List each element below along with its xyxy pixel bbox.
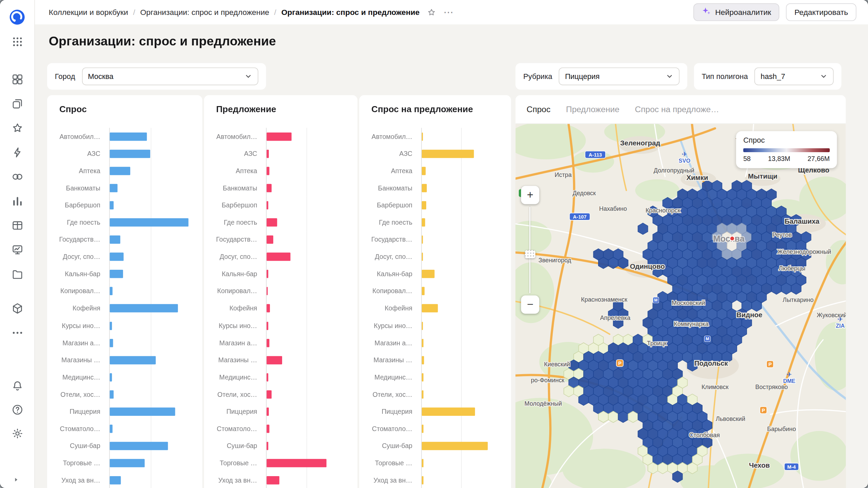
bar[interactable] bbox=[110, 373, 112, 381]
bar[interactable] bbox=[110, 270, 123, 278]
bar[interactable] bbox=[267, 253, 290, 261]
breadcrumb-item-collections[interactable]: Коллекции и воркбуки bbox=[49, 8, 128, 17]
apps-grid-icon[interactable] bbox=[9, 33, 25, 50]
bar[interactable] bbox=[422, 287, 425, 295]
bar[interactable] bbox=[267, 356, 282, 364]
bar[interactable] bbox=[422, 167, 426, 175]
city-select[interactable]: Москва bbox=[82, 67, 258, 85]
bar[interactable] bbox=[267, 425, 269, 433]
bar[interactable] bbox=[110, 476, 121, 485]
bar[interactable] bbox=[267, 236, 273, 244]
bar[interactable] bbox=[110, 390, 114, 399]
bar[interactable] bbox=[267, 459, 327, 467]
polygon-type-select[interactable]: hash_7 bbox=[754, 67, 833, 85]
widgets-icon[interactable] bbox=[9, 71, 25, 87]
bar[interactable] bbox=[267, 390, 272, 399]
bar[interactable] bbox=[422, 442, 488, 450]
bar[interactable] bbox=[110, 322, 112, 330]
datalens-logo[interactable] bbox=[9, 9, 25, 25]
bar[interactable] bbox=[422, 236, 423, 244]
bar[interactable] bbox=[422, 132, 423, 140]
bar[interactable] bbox=[267, 442, 268, 450]
bar[interactable] bbox=[267, 287, 268, 295]
bar[interactable] bbox=[422, 476, 423, 485]
chart-row: АЗС bbox=[55, 145, 191, 162]
bar[interactable] bbox=[422, 218, 425, 226]
map-tab-ratio[interactable]: Спрос на предложе… bbox=[635, 105, 719, 114]
bar-chart-icon[interactable] bbox=[9, 192, 25, 209]
bar[interactable] bbox=[110, 184, 118, 192]
bar[interactable] bbox=[422, 459, 423, 467]
bar[interactable] bbox=[110, 149, 150, 158]
bar[interactable] bbox=[110, 442, 168, 450]
bar[interactable] bbox=[422, 425, 423, 433]
bar[interactable] bbox=[110, 132, 147, 140]
bar[interactable] bbox=[267, 184, 272, 192]
bar[interactable] bbox=[422, 408, 475, 416]
bar[interactable] bbox=[422, 149, 474, 158]
bar[interactable] bbox=[110, 236, 120, 244]
settings-gear-icon[interactable] bbox=[9, 425, 25, 442]
bar[interactable] bbox=[267, 304, 270, 312]
bar[interactable] bbox=[110, 408, 175, 416]
bar[interactable] bbox=[267, 218, 277, 226]
bar[interactable] bbox=[110, 339, 113, 347]
bar[interactable] bbox=[422, 270, 435, 278]
map-tab-demand[interactable]: Спрос bbox=[527, 105, 551, 114]
bar[interactable] bbox=[422, 322, 423, 330]
table-icon[interactable] bbox=[9, 217, 25, 233]
cube-icon[interactable] bbox=[9, 300, 25, 317]
more-icon[interactable] bbox=[9, 324, 25, 341]
bar[interactable] bbox=[110, 304, 178, 312]
bar[interactable] bbox=[267, 408, 269, 416]
bar[interactable] bbox=[422, 390, 423, 399]
collections-icon[interactable] bbox=[9, 95, 25, 112]
category-label: Уход за вн… bbox=[212, 476, 257, 484]
bar[interactable] bbox=[267, 167, 269, 175]
favorite-star-icon[interactable] bbox=[427, 7, 436, 17]
bar[interactable] bbox=[422, 184, 427, 192]
bar[interactable] bbox=[110, 425, 113, 433]
zoom-out-button[interactable]: − bbox=[521, 296, 539, 314]
help-icon[interactable] bbox=[9, 401, 25, 418]
bar[interactable] bbox=[267, 149, 269, 158]
edit-button[interactable]: Редактировать bbox=[786, 3, 856, 21]
sidebar-collapse-icon[interactable] bbox=[12, 476, 20, 486]
bar[interactable] bbox=[110, 287, 113, 295]
rubric-select[interactable]: Пиццерия bbox=[559, 67, 679, 85]
bar[interactable] bbox=[267, 373, 268, 381]
neuroanalyst-button[interactable]: Нейроаналитик bbox=[694, 3, 780, 21]
category-label: Государств… bbox=[212, 236, 257, 244]
bar[interactable] bbox=[110, 218, 189, 226]
bar[interactable] bbox=[267, 270, 268, 278]
bar[interactable] bbox=[422, 373, 423, 381]
bar[interactable] bbox=[422, 339, 423, 347]
map-tab-supply[interactable]: Предложение bbox=[566, 105, 619, 114]
zoom-slider-handle[interactable] bbox=[525, 250, 535, 258]
bar[interactable] bbox=[110, 253, 124, 261]
bar[interactable] bbox=[422, 253, 423, 261]
lens-icon[interactable] bbox=[9, 168, 25, 185]
bar[interactable] bbox=[422, 304, 438, 312]
bar[interactable] bbox=[267, 339, 269, 347]
bar[interactable] bbox=[422, 356, 424, 364]
bar[interactable] bbox=[267, 322, 268, 330]
bar[interactable] bbox=[110, 356, 156, 364]
bar[interactable] bbox=[110, 459, 145, 467]
bar[interactable] bbox=[267, 132, 292, 140]
monitor-icon[interactable] bbox=[9, 241, 25, 258]
favorites-star-icon[interactable] bbox=[9, 120, 25, 136]
bar[interactable] bbox=[267, 476, 279, 485]
map-canvas[interactable]: ЛобняЗеленоградЩелковоМытищиДолгопрудный… bbox=[515, 124, 846, 488]
bar[interactable] bbox=[422, 201, 426, 209]
svg-text:Мытищи: Мытищи bbox=[748, 172, 777, 180]
zoom-in-button[interactable]: + bbox=[521, 186, 539, 204]
more-options-icon[interactable]: ⋯ bbox=[443, 7, 454, 17]
lightning-icon[interactable] bbox=[9, 144, 25, 161]
bell-icon[interactable] bbox=[9, 378, 25, 394]
bar[interactable] bbox=[110, 201, 114, 209]
breadcrumb-item-workbook[interactable]: Организации: спрос и предложение bbox=[140, 8, 269, 17]
folder-icon[interactable] bbox=[9, 266, 25, 282]
bar[interactable] bbox=[110, 167, 130, 175]
bar[interactable] bbox=[267, 201, 268, 209]
